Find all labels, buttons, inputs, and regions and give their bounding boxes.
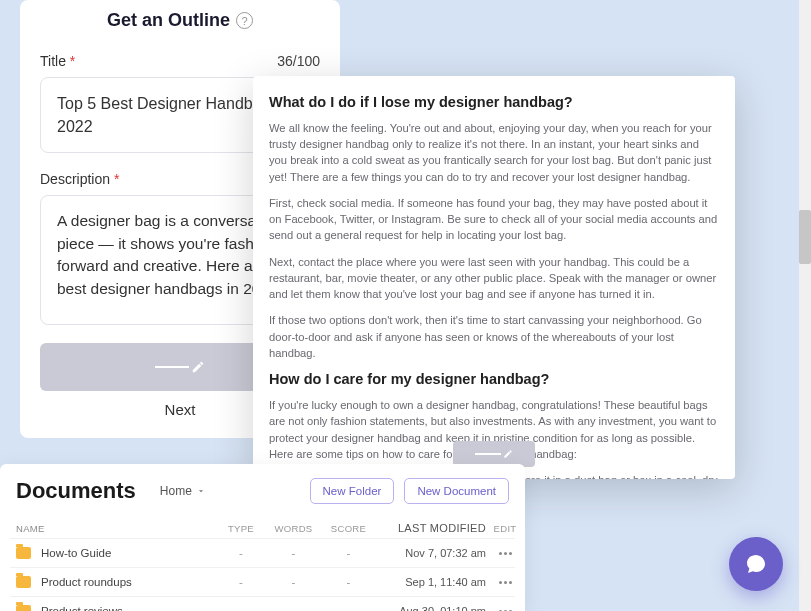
documents-title: Documents [16, 478, 136, 504]
row-words: - [266, 576, 321, 588]
col-type: TYPE [216, 523, 266, 534]
folder-icon [16, 605, 31, 611]
breadcrumb[interactable]: Home [160, 484, 206, 498]
row-type: - [216, 547, 266, 559]
title-label-row: Title * 36/100 [40, 53, 320, 69]
chevron-down-icon [196, 486, 206, 496]
col-words: WORDS [266, 523, 321, 534]
outline-header: Get an Outline ? [40, 0, 320, 45]
row-score: - [321, 547, 376, 559]
article-paragraph: First, check social media. If someone ha… [269, 195, 719, 244]
title-label: Title * [40, 53, 75, 69]
documents-table: NAME TYPE WORDS SCORE LAST MODIFIED EDIT… [10, 518, 515, 611]
new-folder-button[interactable]: New Folder [310, 478, 395, 504]
col-edit: EDIT [486, 523, 524, 534]
table-row[interactable]: Product reviews - - - Aug 30, 01:10 pm [10, 596, 515, 611]
row-actions-menu[interactable] [486, 552, 524, 555]
row-modified: Aug 30, 01:10 pm [376, 605, 486, 611]
title-counter: 36/100 [277, 53, 320, 69]
description-label: Description * [40, 171, 119, 187]
article-heading-2: How do I care for my designer handbag? [269, 371, 719, 387]
table-row[interactable]: Product roundups - - - Sep 1, 11:40 am [10, 567, 515, 596]
row-modified: Nov 7, 07:32 am [376, 547, 486, 559]
article-heading-1: What do I do if I lose my designer handb… [269, 94, 719, 110]
row-modified: Sep 1, 11:40 am [376, 576, 486, 588]
row-words: - [266, 605, 321, 611]
article-paragraph: We all know the feeling. You're out and … [269, 120, 719, 185]
pencil-icon [155, 360, 205, 374]
row-name: Product roundups [41, 576, 132, 588]
outline-title: Get an Outline [107, 10, 230, 31]
chat-icon [744, 552, 768, 576]
col-modified: LAST MODIFIED [376, 522, 486, 534]
breadcrumb-home: Home [160, 484, 192, 498]
col-score: SCORE [321, 523, 376, 534]
row-type: - [216, 605, 266, 611]
article-paragraph: If those two options don't work, then it… [269, 312, 719, 361]
article-preview-panel: What do I do if I lose my designer handb… [253, 76, 735, 479]
row-score: - [321, 576, 376, 588]
documents-panel: Documents Home New Folder New Document N… [0, 464, 525, 611]
row-name: Product reviews [41, 605, 123, 611]
row-actions-menu[interactable] [486, 581, 524, 584]
page-scrollbar-thumb[interactable] [799, 210, 811, 264]
col-name: NAME [16, 523, 216, 534]
table-row[interactable]: How-to Guide - - - Nov 7, 07:32 am [10, 538, 515, 567]
article-paragraph: Next, contact the place where you were l… [269, 254, 719, 303]
documents-header: Documents Home New Folder New Document [10, 478, 515, 504]
row-score: - [321, 605, 376, 611]
chat-button[interactable] [729, 537, 783, 591]
folder-icon [16, 576, 31, 588]
table-header: NAME TYPE WORDS SCORE LAST MODIFIED EDIT [10, 518, 515, 538]
row-name: How-to Guide [41, 547, 111, 559]
row-words: - [266, 547, 321, 559]
pencil-icon [475, 449, 513, 459]
page-scrollbar-track[interactable] [799, 0, 811, 611]
row-type: - [216, 576, 266, 588]
folder-icon [16, 547, 31, 559]
new-document-button[interactable]: New Document [404, 478, 509, 504]
help-icon[interactable]: ? [236, 12, 253, 29]
